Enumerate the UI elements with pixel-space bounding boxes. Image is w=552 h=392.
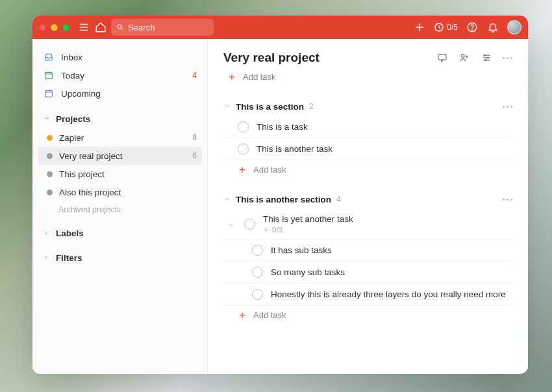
task-text: This is yet another task <box>263 214 353 224</box>
task-checkbox[interactable] <box>252 289 263 300</box>
comments-icon[interactable] <box>436 52 448 64</box>
today-icon <box>43 69 55 81</box>
sidebar-project-item[interactable]: This project <box>38 165 202 183</box>
section-more-icon[interactable] <box>503 106 512 108</box>
section-header[interactable]: This is another section 4 <box>223 193 512 209</box>
section-block: This is another section 4 This is yet an… <box>223 193 512 325</box>
sidebar-section-label: Filters <box>56 253 82 263</box>
add-task-label: Add task <box>243 72 276 82</box>
titlebar-right: 0/5 <box>413 20 521 34</box>
search-icon <box>116 23 124 32</box>
today-count: 4 <box>192 71 197 80</box>
project-count: 8 <box>192 133 197 142</box>
task-text: It has sub tasks <box>271 245 332 255</box>
plus-icon: + <box>227 71 236 82</box>
maximize-window-button[interactable] <box>62 24 69 31</box>
chevron-right-icon <box>43 253 49 263</box>
search-field[interactable] <box>111 19 214 36</box>
task-row[interactable]: This is a task <box>223 116 512 138</box>
svg-rect-10 <box>45 72 53 79</box>
add-task-section[interactable]: + Add task <box>223 306 512 325</box>
svg-point-9 <box>472 29 473 30</box>
task-checkbox[interactable] <box>252 267 263 278</box>
avatar[interactable] <box>507 20 521 34</box>
titlebar: 0/5 <box>32 16 528 39</box>
sidebar-project-item[interactable]: Very real project 6 <box>38 147 202 165</box>
inbox-icon <box>43 51 55 63</box>
add-task-label: Add task <box>253 310 286 320</box>
sidebar-projects-header[interactable]: Projects <box>38 109 202 129</box>
sidebar-labels-header[interactable]: Labels <box>38 223 202 243</box>
chevron-down-icon[interactable] <box>227 221 234 228</box>
plus-icon: + <box>238 164 247 175</box>
task-checkbox[interactable] <box>244 219 255 230</box>
subtask-row[interactable]: Honestly this is already three layers do… <box>223 284 512 306</box>
sidebar-item-inbox[interactable]: Inbox <box>38 48 202 66</box>
traffic-lights <box>39 24 69 31</box>
project-count: 6 <box>192 151 197 160</box>
section-more-icon[interactable] <box>503 199 512 201</box>
svg-point-3 <box>118 25 121 29</box>
more-options-icon[interactable] <box>503 52 512 64</box>
sidebar-item-today[interactable]: Today 4 <box>38 66 202 84</box>
add-task-label: Add task <box>253 165 286 175</box>
task-row[interactable]: This is another task <box>223 138 512 160</box>
share-icon[interactable] <box>458 52 470 64</box>
sidebar-item-upcoming[interactable]: Upcoming <box>38 84 202 103</box>
close-window-button[interactable] <box>39 24 46 31</box>
task-text: This is another task <box>257 144 332 154</box>
svg-rect-16 <box>438 55 446 60</box>
subtask-row[interactable]: So many sub tasks <box>223 262 512 284</box>
task-checkbox[interactable] <box>238 143 249 154</box>
view-options-icon[interactable] <box>481 52 492 64</box>
main-content: Very real project + Add task This is a s… <box>208 39 528 374</box>
menu-icon[interactable] <box>77 21 90 34</box>
add-task-section[interactable]: + Add task <box>223 160 512 179</box>
task-checkbox[interactable] <box>238 121 249 132</box>
section-header[interactable]: This is a section 2 <box>223 101 512 116</box>
project-color-dot <box>47 135 53 141</box>
section-block: This is a section 2 This is a task This … <box>223 101 512 179</box>
project-header: Very real project <box>223 51 512 65</box>
project-color-dot <box>47 171 53 177</box>
sidebar-archived-projects[interactable]: Archived projects <box>38 201 202 218</box>
minimize-window-button[interactable] <box>51 24 58 31</box>
karma-indicator[interactable]: 0/5 <box>434 22 458 32</box>
chevron-down-icon <box>223 101 231 112</box>
sidebar-item-label: Upcoming <box>61 89 101 99</box>
svg-line-4 <box>121 29 123 31</box>
task-text: This is a task <box>257 122 308 132</box>
chevron-down-icon <box>223 193 231 205</box>
subtask-row[interactable]: It has sub tasks <box>223 239 512 262</box>
task-row[interactable]: This is yet another task 0/3 <box>223 209 512 239</box>
project-name: Also this project <box>59 188 121 197</box>
search-input[interactable] <box>128 23 208 32</box>
section-title: This is a section <box>236 102 304 112</box>
notifications-icon[interactable] <box>486 21 499 34</box>
subtask-count: 0/3 <box>263 226 353 234</box>
upcoming-icon <box>43 88 55 99</box>
chevron-right-icon <box>43 228 49 238</box>
project-name: Zapier <box>59 133 84 143</box>
project-name: Very real project <box>59 151 123 161</box>
section-count: 2 <box>309 102 314 111</box>
app-window: 0/5 Inbox Today <box>32 16 528 374</box>
sidebar-project-item[interactable]: Also this project <box>38 183 202 201</box>
task-checkbox[interactable] <box>252 245 263 256</box>
svg-point-24 <box>487 57 488 58</box>
project-name: This project <box>59 169 105 179</box>
svg-point-17 <box>462 55 465 58</box>
add-icon[interactable] <box>413 21 426 34</box>
task-text: Honestly this is already three layers do… <box>271 289 506 299</box>
home-icon[interactable] <box>94 21 107 34</box>
karma-text: 0/5 <box>447 23 458 32</box>
karma-icon <box>434 22 444 32</box>
section-count: 4 <box>336 195 341 204</box>
svg-rect-12 <box>45 90 53 97</box>
add-task-top[interactable]: + Add task <box>223 67 512 86</box>
sidebar-project-item[interactable]: Zapier 8 <box>38 129 202 147</box>
help-icon[interactable] <box>466 21 479 34</box>
svg-point-23 <box>484 55 486 56</box>
sidebar-filters-header[interactable]: Filters <box>38 248 202 267</box>
plus-icon: + <box>238 310 247 321</box>
